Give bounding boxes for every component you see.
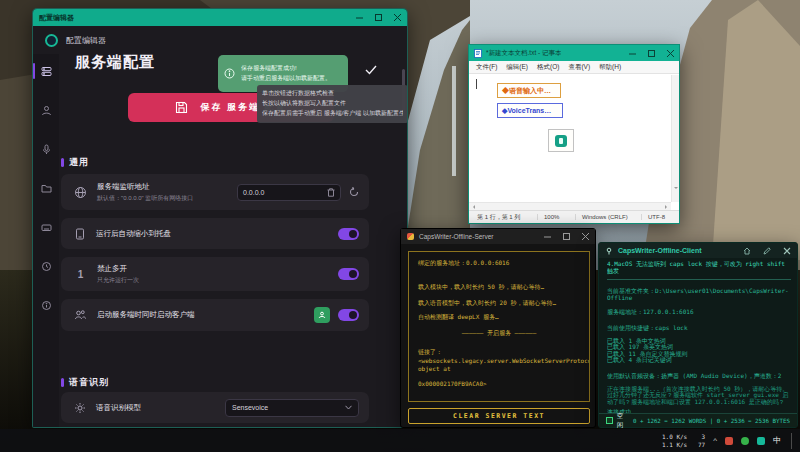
clear-server-text-button[interactable]: CLEAR SERVER TEXT [408,408,590,424]
section-accent-bar [61,158,64,167]
edit-icon[interactable] [763,247,771,255]
client-window-title: CapsWriter-Offline-Client [618,247,702,254]
sidebar-item-about[interactable] [33,294,59,316]
minimize-icon[interactable] [544,233,551,240]
config-titlebar: 配置编辑器 [33,9,407,26]
menu-help[interactable]: 帮助(H) [599,63,621,72]
notepad-vertical-scrollbar[interactable] [671,75,679,202]
minimize-tray-toggle[interactable] [338,228,359,240]
asr-model-select[interactable]: Sensevoice [225,399,359,417]
client-titlebar: CapsWriter-Offline-Client [599,243,797,258]
sidebar-item-server[interactable] [33,60,59,82]
server-titlebar: CapsWriter-Offline-Server [401,229,595,244]
listen-address-value: 0.0.0.0 [243,189,264,196]
net-down-speed: 1.1 K/s [662,441,687,448]
client-log-line: 当前基准文件夹：D:\Users\user01\Documents\CapsWr… [607,288,791,301]
server-start-divider: —————— 开启服务 —————— [418,329,580,337]
notepad-window: *新建文本文档.txt - 记事本 文件(F) 编辑(E) 格式(O) 查看(V… [468,44,680,224]
tray-icon [74,228,86,240]
autostart-client-label: 启动服务端时同时启动客户端 [97,310,195,320]
section-accent-bar [61,378,64,387]
listen-address-desc: 默认值："0.0.0.0" 监听所有网络接口 [97,194,193,203]
info-circle-icon [224,68,235,79]
sidebar-item-hotkeys[interactable] [33,216,59,238]
save-button-tooltip: 单击按钮进行数据格式检查 长按以确认将数据写入配置文件 保存配置后需手动重启 服… [257,85,408,123]
section-asr: 语音识别 [61,376,109,389]
maximize-icon[interactable] [563,233,570,240]
sidebar-item-voice[interactable] [33,138,59,160]
server-log-line: 链接了：<websockets.legacy.server.WebSocketS… [418,348,580,372]
server-icon [41,66,52,77]
reset-icon[interactable] [349,187,359,197]
app-header: 配置编辑器 [33,26,407,54]
chevron-down-icon [345,405,352,410]
pin-icon [605,247,613,255]
client-launch-button[interactable] [314,307,330,323]
notepad-horizontal-scrollbar[interactable] [469,202,671,210]
ime-indicator[interactable]: 中 [773,435,781,446]
users-icon [74,309,87,321]
line-ending: Windows (CRLF) [575,214,641,220]
sidebar-item-files[interactable] [33,177,59,199]
clock-icon [41,261,52,272]
client-statusbar: 空闲 0 + 1262 = 1262 WORDS | 0 + 2536 = 25… [599,413,797,427]
close-icon[interactable] [783,247,791,255]
client-log-panel: 4.MacOS 无法监听到 caps lock 按键，可改为 right shi… [607,258,791,413]
close-icon[interactable] [582,233,589,240]
tray-expander[interactable]: ^ [713,436,717,445]
autostart-client-toggle[interactable] [338,309,359,321]
asr-model-label: 语音识别模型 [96,403,141,413]
tray-icon-capswriter[interactable] [757,437,765,445]
maximize-icon[interactable] [375,14,382,21]
tray-icon-green[interactable] [741,437,749,445]
config-window-title: 配置编辑器 [39,13,74,23]
capswriter-icon [555,135,567,147]
zoom-level: 100% [537,214,575,220]
network-monitor[interactable]: 1.0 K/s 3 1.1 K/s 77 [662,433,705,448]
client-connecting-message: 正在连接服务端...（首次连接载入时长约 50 秒），请耐心等待。过好几分钟了还… [607,386,791,406]
sidebar-item-history[interactable] [33,255,59,277]
menu-format[interactable]: 格式(O) [537,63,559,72]
asr-model-value: Sensevoice [232,404,268,411]
close-icon[interactable] [394,14,401,21]
clear-input-icon[interactable] [327,188,335,197]
tray-icon-red[interactable] [725,437,733,445]
net-up-speed: 1.0 K/s [662,433,687,440]
card-minimize-tray: 运行后自动缩小到托盘 [61,218,369,249]
minimize-icon[interactable] [629,50,636,57]
net-down-value: 77 [695,441,705,448]
menu-edit[interactable]: 编辑(E) [506,63,528,72]
config-editor-window: 配置编辑器 配置编辑器 [32,8,408,428]
show-desktop-edge[interactable] [791,433,794,449]
server-log-line: 载入模块中，载入时长约 50 秒，请耐心等待… [418,283,580,291]
client-console-window: CapsWriter-Offline-Client 4.MacOS 无法监听到 … [598,242,798,428]
voice-input-overlay-text: ◆语音输入中… [502,86,551,96]
scroll-left-arrow[interactable] [471,205,475,209]
notepad-window-title: *新建文本文档.txt - 记事本 [486,49,561,58]
client-log-line: 使用默认音频设备：扬声器 (AMD Audio Device)，声道数：2 [607,373,791,380]
card-single-instance: 1 禁止多开 只允许运行一次 [61,257,369,291]
confirm-check-icon[interactable] [365,65,377,75]
home-icon[interactable] [743,247,751,255]
voice-input-overlay: ◆语音输入中… [497,83,561,98]
server-log-panel: 绑定的服务地址：0.0.0.0:6016 载入模块中，载入时长约 50 秒，请耐… [408,251,590,402]
client-count-line: 已载入 4 条日记关键词 [607,357,791,364]
scroll-right-arrow[interactable] [665,205,669,209]
close-icon[interactable] [667,50,674,57]
voicetrans-overlay-text: ◆VoiceTrans… [502,107,551,115]
menu-view[interactable]: 查看(V) [568,63,590,72]
server-window-title: CapsWriter-Offline-Server [419,233,494,240]
single-instance-desc: 只允许运行一次 [97,276,139,285]
notepad-titlebar: *新建文本文档.txt - 记事本 [469,45,679,61]
taskbar: 1.0 K/s 3 1.1 K/s 77 ^ 中 [0,429,800,452]
minimize-icon[interactable] [356,14,363,21]
client-note: 4.MacOS 无法监听到 caps lock 按键，可改为 right shi… [607,261,791,274]
menu-file[interactable]: 文件(F) [476,63,497,72]
capswriter-indicator-overlay [548,129,574,152]
sidebar-item-client[interactable] [33,99,59,121]
single-instance-toggle[interactable] [338,268,359,280]
maximize-icon[interactable] [648,50,655,57]
server-log-line: 自动检测翻译 deepLX 服务… [418,313,580,321]
toast-line1: 保存服务端配置成功! [241,64,331,74]
listen-address-input[interactable]: 0.0.0.0 [237,184,341,201]
